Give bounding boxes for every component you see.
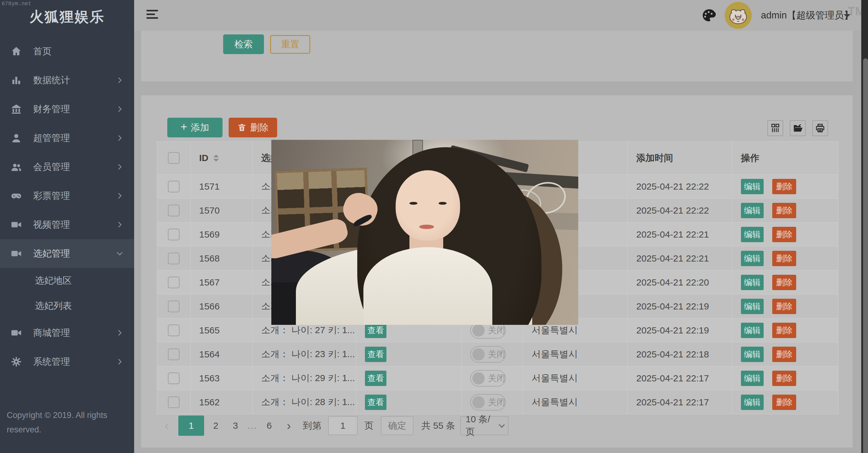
edit-button[interactable]: 编辑 (741, 179, 764, 194)
cell-id: 1568 (199, 253, 220, 264)
copyright: Copyright © 2019. All rights reserved. (7, 408, 114, 437)
cell-city: 서울특별시 (532, 348, 578, 361)
cell-id: 1566 (199, 301, 220, 312)
sidebar-item-9[interactable]: 商城管理 (0, 318, 134, 347)
sidebar-item-4[interactable]: 超管管理 (0, 123, 134, 152)
row-checkbox[interactable] (168, 277, 180, 288)
row-checkbox[interactable] (168, 301, 180, 312)
print-button[interactable] (812, 120, 828, 136)
sidebar-item-5[interactable]: 会员管理 (0, 152, 134, 181)
edit-button[interactable]: 编辑 (741, 227, 764, 242)
row-delete-button[interactable]: 删除 (772, 347, 796, 362)
edit-button[interactable]: 编辑 (741, 395, 764, 410)
next-page-button[interactable]: › (279, 419, 299, 433)
sidebar-item-2[interactable]: 数据统计 (0, 66, 134, 95)
sidebar-item-label: 选妃管理 (33, 247, 116, 260)
view-button[interactable]: 查看 (365, 371, 386, 386)
video-icon (10, 327, 22, 339)
filter-columns-button[interactable] (767, 120, 783, 136)
goto-page-input[interactable] (328, 416, 358, 435)
row-delete-button[interactable]: 删除 (772, 227, 796, 242)
user-menu[interactable]: admin【超级管理员】 (761, 0, 853, 31)
search-button[interactable]: 检索 (223, 34, 264, 54)
sidebar-item-label: 数据统计 (33, 74, 116, 87)
sidebar-item-label: 超管管理 (33, 132, 116, 144)
row-checkbox[interactable] (168, 396, 180, 408)
delete-button[interactable]: 删除 (229, 118, 277, 137)
edit-button[interactable]: 编辑 (741, 275, 764, 290)
row-checkbox[interactable] (168, 181, 180, 192)
theme-palette-icon[interactable] (701, 7, 717, 23)
row-delete-button[interactable]: 删除 (772, 179, 796, 194)
view-button[interactable]: 查看 (365, 395, 386, 410)
column-header: 操作 (732, 142, 839, 174)
sidebar-subitem[interactable]: 选妃列表 (0, 293, 134, 318)
row-checkbox[interactable] (168, 229, 180, 240)
sort-icon[interactable] (213, 154, 219, 162)
prev-page-button[interactable]: ‹ (157, 419, 177, 433)
status-toggle[interactable]: 关闭 (470, 346, 506, 363)
toggle-knob (472, 348, 485, 361)
gamepad-icon (10, 190, 22, 202)
page-button[interactable]: 1 (178, 416, 204, 436)
edit-button[interactable]: 编辑 (741, 371, 764, 386)
export-button[interactable] (790, 120, 806, 136)
edit-button[interactable]: 编辑 (741, 299, 764, 314)
edit-button[interactable]: 编辑 (741, 251, 764, 266)
row-delete-button[interactable]: 删除 (772, 371, 796, 386)
sidebar-subitem[interactable]: 选妃地区 (0, 268, 134, 293)
per-page-select[interactable]: 10 条/页 (460, 416, 508, 435)
row-delete-button[interactable]: 删除 (772, 251, 796, 266)
view-button[interactable]: 查看 (365, 347, 386, 362)
user-avatar[interactable] (725, 2, 752, 29)
row-delete-button[interactable]: 删除 (772, 395, 796, 410)
chevron-right-icon (116, 76, 124, 84)
row-checkbox[interactable] (168, 348, 180, 360)
edit-button[interactable]: 编辑 (741, 323, 764, 338)
confirm-page-button[interactable]: 确定 (381, 416, 413, 435)
sidebar-item-8[interactable]: 选妃管理 (0, 239, 134, 268)
row-delete-button[interactable]: 删除 (772, 299, 796, 314)
table-row: 1562소개： 나이: 28 키: 1...查看关闭서울특별시2025-04-2… (157, 390, 838, 414)
scrollbar-thumb[interactable] (863, 58, 868, 453)
trash-icon (237, 123, 246, 132)
sidebar-item-label: 视频管理 (33, 219, 116, 231)
hamburger-menu-icon[interactable] (146, 10, 158, 21)
photo-preview[interactable] (271, 140, 578, 325)
row-checkbox[interactable] (168, 253, 180, 264)
sidebar-item-6[interactable]: 彩票管理 (0, 181, 134, 210)
page-button[interactable]: 2 (206, 416, 226, 436)
scrollbar-track (861, 0, 868, 453)
row-checkbox[interactable] (168, 205, 180, 216)
row-delete-button[interactable]: 删除 (772, 323, 796, 338)
edit-button[interactable]: 编辑 (741, 203, 764, 218)
cell-time: 2025-04-21 22:19 (636, 325, 709, 336)
view-button[interactable]: 查看 (365, 323, 386, 338)
add-button[interactable]: + 添加 (167, 118, 222, 137)
sidebar-item-7[interactable]: 视频管理 (0, 210, 134, 239)
edit-button[interactable]: 编辑 (741, 347, 764, 362)
printer-icon (815, 123, 825, 133)
sidebar-item-10[interactable]: 系统管理 (0, 347, 134, 376)
row-delete-button[interactable]: 删除 (772, 275, 796, 290)
page-ellipsis: ... (245, 420, 259, 431)
page-button[interactable]: 6 (259, 416, 279, 436)
columns-icon (770, 123, 780, 133)
toggle-knob (472, 372, 485, 385)
sidebar-item-3[interactable]: 财务管理 (0, 95, 134, 123)
sidebar-item-1[interactable]: 首页 (0, 37, 134, 66)
topbar: admin【超级管理员】 TM (134, 0, 861, 31)
reset-button[interactable]: 重置 (270, 35, 310, 54)
row-delete-button[interactable]: 删除 (772, 203, 796, 218)
cell-city: 서울특별시 (532, 396, 578, 408)
column-header-label: 添加时间 (636, 152, 673, 164)
page-button[interactable]: 3 (226, 416, 245, 436)
status-toggle[interactable]: 关闭 (470, 394, 506, 410)
select-all-checkbox[interactable] (168, 152, 180, 164)
status-toggle[interactable]: 关闭 (470, 370, 506, 387)
export-icon (793, 123, 803, 133)
row-checkbox[interactable] (168, 324, 180, 336)
chevron-right-icon (116, 192, 124, 200)
cell-time: 2025-04-21 22:20 (636, 277, 709, 288)
row-checkbox[interactable] (168, 372, 180, 384)
